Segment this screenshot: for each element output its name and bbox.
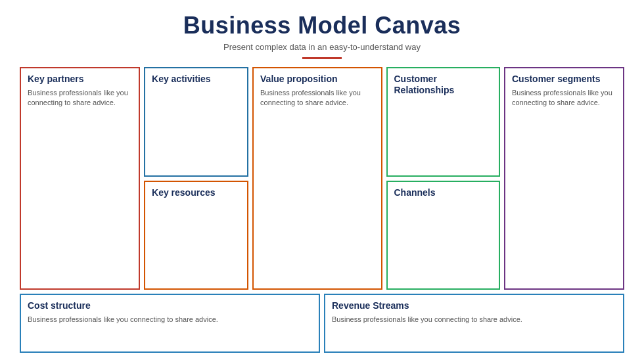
customer-segments-title: Customer segments [512,74,616,85]
value-proposition-body: Business professionals like you connecti… [260,88,374,108]
revenue-streams-title: Revenue Streams [332,300,616,311]
cost-structure-body: Business professionals like you connecti… [28,315,312,325]
activities-resources-col: Key activities Key resources [144,67,248,290]
value-proposition-cell: Value proposition Business professionals… [252,67,382,290]
page-title: Business Model Canvas [183,12,461,39]
customer-segments-body: Business professionals like you connecti… [512,88,616,108]
key-partners-cell: Key partners Business professionals like… [20,67,140,290]
key-partners-title: Key partners [28,74,132,85]
revenue-streams-cell: Revenue Streams Business professionals l… [324,294,624,353]
cost-structure-title: Cost structure [28,300,312,311]
key-partners-body: Business professionals like you connecti… [28,88,132,108]
page-subtitle: Present complex data in an easy-to-under… [223,42,421,52]
channels-title: Channels [394,187,492,198]
customer-segments-cell: Customer segments Business professionals… [504,67,624,290]
key-activities-title: Key activities [152,74,241,85]
page: Business Model Canvas Present complex da… [0,0,644,362]
revenue-streams-body: Business professionals like you connecti… [332,315,616,325]
top-row: Key partners Business professionals like… [20,67,624,290]
customer-relationships-title: Customer Relationships [394,74,492,96]
bottom-row: Cost structure Business professionals li… [20,294,624,353]
key-resources-cell: Key resources [144,181,248,290]
channels-cell: Channels [386,181,500,290]
customer-relationships-cell: Customer Relationships [386,67,500,177]
divider [302,57,342,59]
cost-structure-cell: Cost structure Business professionals li… [20,294,320,353]
value-proposition-title: Value proposition [260,74,374,85]
key-resources-title: Key resources [152,187,241,198]
key-activities-cell: Key activities [144,67,248,177]
cr-channels-col: Customer Relationships Channels [386,67,500,290]
canvas-area: Key partners Business professionals like… [20,67,624,353]
